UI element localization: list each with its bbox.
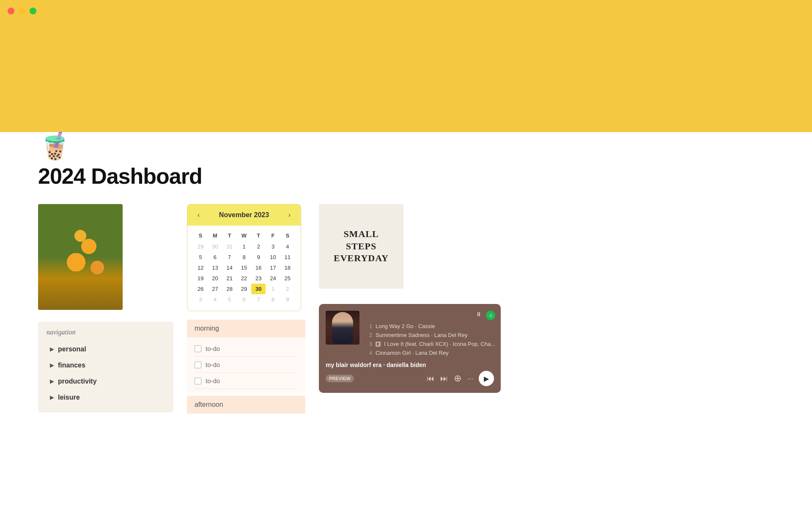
track-name-4: Cinnamon Girl · Lana Del Rey — [376, 350, 495, 356]
todo-checkbox-1[interactable] — [195, 345, 201, 352]
top-layout: navigation ▶ personal ▶ finances ▶ produ… — [38, 204, 774, 414]
minimize-button[interactable] — [19, 8, 25, 14]
right-panel: SMALL STEPS EVERYDAY ⏸ ♫ — [319, 204, 774, 393]
cal-day[interactable]: 31 — [222, 241, 237, 252]
cal-day[interactable]: 10 — [266, 252, 280, 262]
cal-day[interactable]: 18 — [280, 262, 295, 273]
cal-header-tue: T — [222, 230, 237, 241]
cal-day[interactable]: 20 — [208, 273, 222, 284]
spotify-controls-row: PREVIEW ⏮ ⏭ ⊕ ··· ▶ — [326, 371, 494, 386]
cal-day[interactable]: 2 — [280, 284, 295, 294]
spotify-more-button[interactable]: ··· — [466, 373, 475, 384]
cal-day[interactable]: 25 — [280, 273, 295, 284]
cal-day-today[interactable]: 30 — [251, 284, 266, 294]
cal-day[interactable]: 16 — [251, 262, 266, 273]
spotify-bottom: my blair waldorf era · daniella biden PR… — [326, 362, 494, 386]
photo-card — [38, 204, 123, 310]
cal-day[interactable]: 17 — [266, 262, 280, 273]
cal-day[interactable]: 6 — [237, 294, 251, 305]
cal-day[interactable]: 3 — [266, 241, 280, 252]
todo-label-1: to-do — [206, 345, 220, 352]
calendar-prev-button[interactable]: ‹ — [195, 210, 202, 220]
spotify-play-button[interactable]: ▶ — [479, 371, 494, 386]
navigation-section: navigation ▶ personal ▶ finances ▶ produ… — [38, 322, 173, 412]
cal-day[interactable]: 15 — [237, 262, 251, 273]
cal-week-5: 26 27 28 29 30 1 2 — [193, 284, 295, 294]
cal-day[interactable]: 22 — [237, 273, 251, 284]
cal-day[interactable]: 8 — [266, 294, 280, 305]
cal-day[interactable]: 7 — [251, 294, 266, 305]
nav-arrow-leisure: ▶ — [50, 395, 54, 400]
spotify-cover — [326, 311, 359, 345]
spotify-skip-back-button[interactable]: ⏮ — [426, 373, 435, 384]
nav-item-label-finances: finances — [58, 362, 85, 369]
cal-day[interactable]: 26 — [193, 284, 208, 294]
cal-day[interactable]: 4 — [280, 241, 295, 252]
cal-day[interactable]: 8 — [237, 252, 251, 262]
cal-day[interactable]: 19 — [193, 273, 208, 284]
titlebar — [0, 0, 812, 22]
cal-week-2: 5 6 7 8 9 10 11 — [193, 252, 295, 262]
spotify-tracklist: ⏸ ♫ 1 Long Way 2 Go · Cassie 2 Summertim… — [365, 311, 495, 357]
cal-header-wed: W — [237, 230, 251, 241]
track-name-2: Summertime Sadness · Lana Del Rey — [376, 332, 495, 338]
todo-section: morning to-do to-do to-do afterno — [187, 320, 305, 414]
todo-checkbox-2[interactable] — [195, 362, 201, 368]
calendar-card: ‹ November 2023 › S M T W T F S — [187, 204, 301, 311]
cal-header-fri: F — [266, 230, 280, 241]
cal-week-6: 3 4 5 6 7 8 9 — [193, 294, 295, 305]
cal-header-mon: M — [208, 230, 222, 241]
cal-day[interactable]: 9 — [280, 294, 295, 305]
close-button[interactable] — [8, 8, 14, 14]
explicit-badge-3: E — [376, 342, 381, 347]
spotify-track-4[interactable]: 4 Cinnamon Girl · Lana Del Rey — [365, 348, 495, 357]
cal-day[interactable]: 13 — [208, 262, 222, 273]
cal-day[interactable]: 30 — [208, 241, 222, 252]
cal-day[interactable]: 12 — [193, 262, 208, 273]
spotify-add-button[interactable]: ⊕ — [453, 372, 462, 385]
cal-day[interactable]: 27 — [208, 284, 222, 294]
spotify-track-3[interactable]: 3 E I Love It (feat. Charli XCX) · Icona… — [365, 340, 495, 348]
cal-header-thu: T — [251, 230, 266, 241]
track-num-3: 3 — [365, 341, 372, 347]
calendar-month-title: November 2023 — [219, 211, 269, 219]
spotify-pause-icon[interactable]: ⏸ — [476, 311, 482, 320]
cal-day[interactable]: 7 — [222, 252, 237, 262]
cal-day[interactable]: 6 — [208, 252, 222, 262]
cal-day[interactable]: 11 — [280, 252, 295, 262]
cal-day[interactable]: 23 — [251, 273, 266, 284]
nav-item-finances[interactable]: ▶ finances — [47, 357, 165, 373]
cal-day[interactable]: 29 — [237, 284, 251, 294]
todo-item-3: to-do — [195, 373, 298, 389]
cal-day[interactable]: 5 — [193, 252, 208, 262]
sunflower-image — [38, 204, 123, 310]
cal-day[interactable]: 5 — [222, 294, 237, 305]
nav-arrow-productivity: ▶ — [50, 378, 54, 384]
cal-day[interactable]: 1 — [237, 241, 251, 252]
spotify-card[interactable]: ⏸ ♫ 1 Long Way 2 Go · Cassie 2 Summertim… — [319, 304, 501, 393]
maximize-button[interactable] — [30, 8, 36, 14]
nav-item-productivity[interactable]: ▶ productivity — [47, 373, 165, 389]
cal-day[interactable]: 28 — [222, 284, 237, 294]
cal-day[interactable]: 24 — [266, 273, 280, 284]
nav-item-leisure[interactable]: ▶ leisure — [47, 389, 165, 406]
cal-day[interactable]: 3 — [193, 294, 208, 305]
spotify-track-1[interactable]: 1 Long Way 2 Go · Cassie — [365, 322, 495, 331]
cal-day[interactable]: 4 — [208, 294, 222, 305]
cal-day[interactable]: 1 — [266, 284, 280, 294]
nav-item-personal[interactable]: ▶ personal — [47, 341, 165, 357]
spotify-skip-forward-button[interactable]: ⏭ — [439, 373, 449, 384]
nav-item-label-productivity: productivity — [58, 378, 97, 385]
cal-day[interactable]: 29 — [193, 241, 208, 252]
cal-day[interactable]: 14 — [222, 262, 237, 273]
page-title: 2024 Dashboard — [38, 163, 774, 189]
cal-day[interactable]: 2 — [251, 241, 266, 252]
calendar-next-button[interactable]: › — [286, 210, 293, 220]
spotify-track-2[interactable]: 2 Summertime Sadness · Lana Del Rey — [365, 331, 495, 340]
cal-header-sat: S — [280, 230, 295, 241]
cal-day[interactable]: 9 — [251, 252, 266, 262]
todo-checkbox-3[interactable] — [195, 378, 201, 384]
todo-label-2: to-do — [206, 361, 220, 368]
cal-day[interactable]: 21 — [222, 273, 237, 284]
cal-week-3: 12 13 14 15 16 17 18 — [193, 262, 295, 273]
